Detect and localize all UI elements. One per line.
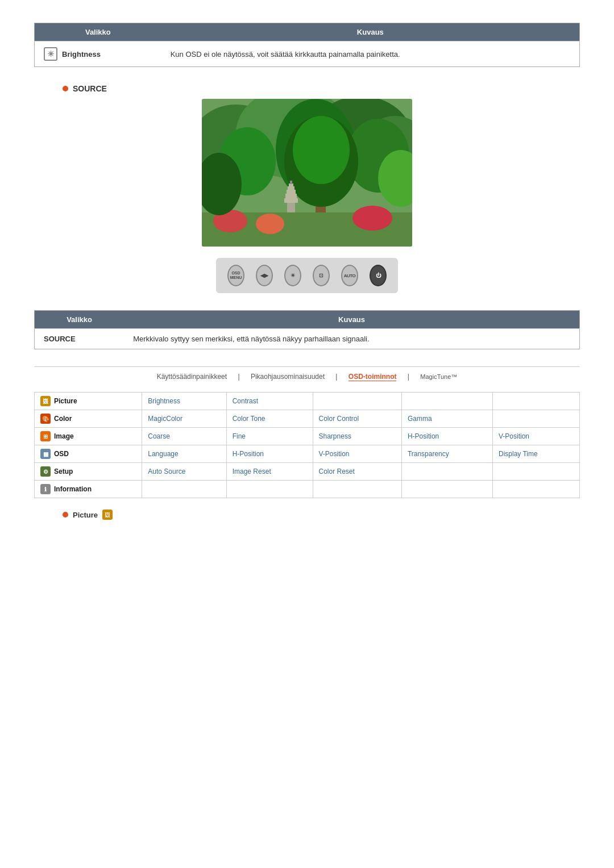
- setup-colorreset-cell[interactable]: Color Reset: [313, 463, 401, 481]
- back-button[interactable]: ◀▶: [256, 265, 273, 286]
- nav-bar: Käyttösäädinpainikkeet | Pikaohjausomina…: [34, 366, 580, 381]
- power-button[interactable]: ⏻: [370, 265, 387, 286]
- menu-row-picture: 🖼 Picture Brightness Contrast: [35, 393, 580, 410]
- picture-brightness-cell[interactable]: Brightness: [142, 393, 226, 410]
- brightness-label: Brightness: [62, 50, 101, 59]
- menu-row-setup: ⚙ Setup Auto Source Image Reset Color Re…: [35, 463, 580, 481]
- svg-rect-15: [287, 190, 296, 194]
- image-coarse-cell[interactable]: Coarse: [142, 428, 226, 445]
- color-gamma-cell[interactable]: Gamma: [401, 410, 492, 428]
- table1-col2-header: Kuvaus: [161, 23, 580, 41]
- osd-vpos-cell[interactable]: V-Position: [313, 445, 401, 463]
- info-empty4: [401, 481, 492, 498]
- osd-hpos-cell[interactable]: H-Position: [226, 445, 313, 463]
- nav-item-magictune[interactable]: MagicTune™: [420, 373, 457, 380]
- info-label-cell: ℹ Information: [35, 481, 142, 498]
- monitor-display: [202, 99, 412, 247]
- color-icon: 🎨: [40, 414, 51, 424]
- setup-autosource-cell[interactable]: Auto Source: [142, 463, 226, 481]
- osd-icon: ▦: [40, 449, 51, 459]
- image-vpos-cell[interactable]: V-Position: [493, 428, 580, 445]
- image-fine-cell[interactable]: Fine: [226, 428, 313, 445]
- menu-button[interactable]: OSD MENU: [227, 265, 244, 286]
- table2-col1-header: Valikko: [35, 311, 125, 329]
- picture-section-header: Picture 🖼: [63, 510, 580, 520]
- color-control-cell[interactable]: Color Control: [313, 410, 401, 428]
- osd-transparency-cell[interactable]: Transparency: [401, 445, 492, 463]
- setup-empty2: [493, 463, 580, 481]
- color-tone-cell[interactable]: Color Tone: [226, 410, 313, 428]
- source-row-desc: Merkkivalo syttyy sen merkiksi, että näy…: [124, 329, 579, 349]
- image-icon: ⊞: [40, 431, 51, 441]
- source-title: SOURCE: [73, 84, 107, 93]
- brightness-button[interactable]: ☀: [284, 265, 301, 286]
- picture-row-label: Picture: [54, 397, 77, 405]
- svg-rect-14: [285, 194, 297, 199]
- picture-empty2: [401, 393, 492, 410]
- picture-dot-icon: [63, 512, 68, 518]
- picture-empty1: [313, 393, 401, 410]
- svg-point-11: [293, 116, 350, 184]
- info-icon: ℹ: [40, 484, 51, 494]
- menu-button-label: OSD MENU: [229, 271, 243, 279]
- back-icon: ◀▶: [260, 273, 268, 278]
- table2-col2-header: Kuvaus: [124, 311, 579, 329]
- osd-displaytime-cell[interactable]: Display Time: [493, 445, 580, 463]
- nav-sep-3: |: [408, 373, 409, 381]
- nav-item-osd[interactable]: OSD-toiminnot: [349, 373, 397, 381]
- menu-row-osd: ▦ OSD Language H-Position V-Position Tra…: [35, 445, 580, 463]
- info-empty5: [493, 481, 580, 498]
- brightness-control-icon: ☀: [291, 273, 295, 278]
- source-label-cell: SOURCE: [35, 329, 125, 349]
- table1-col1-header: Valikko: [35, 23, 161, 41]
- osd-language-cell[interactable]: Language: [142, 445, 226, 463]
- menu-row-color: 🎨 Color MagicColor Color Tone Color Cont…: [35, 410, 580, 428]
- menu-grid-table: 🖼 Picture Brightness Contrast 🎨 Color Ma…: [34, 392, 580, 498]
- color-magiccolor-cell[interactable]: MagicColor: [142, 410, 226, 428]
- picture-contrast-cell[interactable]: Contrast: [226, 393, 313, 410]
- picture-icon: 🖼: [40, 396, 51, 406]
- image-sharpness-cell[interactable]: Sharpness: [313, 428, 401, 445]
- table-row: SOURCE Merkkivalo syttyy sen merkiksi, e…: [35, 329, 580, 349]
- image-label-cell: ⊞ Image: [35, 428, 142, 445]
- input-icon: ⊡: [319, 273, 323, 278]
- menu-row-image: ⊞ Image Coarse Fine Sharpness H-Position…: [35, 428, 580, 445]
- controls-row: OSD MENU ◀▶ ☀ ⊡ AUTO ⏻: [216, 258, 398, 293]
- nav-item-quick[interactable]: Pikaohjausominaisuudet: [251, 373, 325, 381]
- info-empty3: [313, 481, 401, 498]
- color-label-cell: 🎨 Color: [35, 410, 142, 428]
- image-row-label: Image: [54, 432, 74, 440]
- table-row: ☀ Brightness Kun OSD ei ole näytössä, vo…: [35, 41, 580, 67]
- setup-label-cell: ⚙ Setup: [35, 463, 142, 481]
- source-header: SOURCE: [63, 84, 580, 93]
- nav-item-controls[interactable]: Käyttösäädinpainikkeet: [157, 373, 227, 381]
- svg-rect-13: [284, 198, 298, 203]
- svg-rect-16: [288, 186, 294, 190]
- osd-label-cell: ▦ OSD: [35, 445, 142, 463]
- setup-icon: ⚙: [40, 466, 51, 477]
- nav-sep-2: |: [335, 373, 337, 381]
- image-hpos-cell[interactable]: H-Position: [401, 428, 492, 445]
- color-row-label: Color: [54, 415, 72, 423]
- picture-section-label: Picture: [73, 511, 98, 519]
- brightness-table: Valikko Kuvaus ☀ Brightness Kun OSD ei o…: [34, 23, 580, 67]
- svg-rect-18: [290, 181, 292, 184]
- brightness-cell: ☀ Brightness: [35, 41, 161, 67]
- picture-small-icon: 🖼: [102, 510, 113, 520]
- osd-row-label: OSD: [54, 450, 69, 458]
- brightness-icon: ☀: [44, 47, 57, 61]
- brightness-desc: Kun OSD ei ole näytössä, voit säätää kir…: [161, 41, 580, 67]
- nav-sep-1: |: [238, 373, 239, 381]
- source-table: Valikko Kuvaus SOURCE Merkkivalo syttyy …: [34, 310, 580, 349]
- setup-imagereset-cell[interactable]: Image Reset: [226, 463, 313, 481]
- source-dot-icon: [63, 86, 68, 91]
- menu-row-info: ℹ Information: [35, 481, 580, 498]
- auto-button-label: AUTO: [344, 273, 356, 278]
- svg-point-22: [352, 206, 392, 231]
- source-row-label: SOURCE: [44, 335, 76, 343]
- garden-image: [202, 99, 412, 247]
- auto-button[interactable]: AUTO: [341, 265, 358, 286]
- picture-empty3: [493, 393, 580, 410]
- picture-label-cell: 🖼 Picture: [35, 393, 142, 410]
- input-button[interactable]: ⊡: [313, 265, 330, 286]
